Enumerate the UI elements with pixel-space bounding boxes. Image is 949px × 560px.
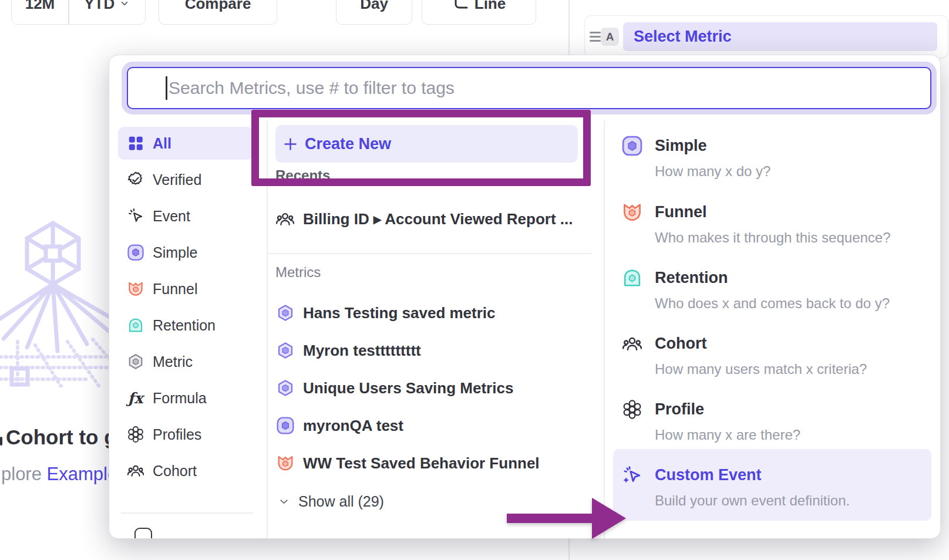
grid-icon bbox=[126, 134, 144, 153]
search-input[interactable] bbox=[127, 67, 931, 109]
cohort-people-icon bbox=[621, 332, 643, 355]
recent-item[interactable]: Billing ID ▸ Account Viewed Report ... bbox=[275, 203, 593, 235]
formula-icon: ƒx bbox=[126, 389, 144, 407]
metric-type-cohort[interactable]: Cohort How many users match x criteria? bbox=[613, 328, 931, 387]
sidebar-item-simple[interactable]: Simple bbox=[118, 236, 253, 269]
list-item-saved-metric[interactable]: myronQA test bbox=[275, 409, 593, 442]
hexagon-metric-icon bbox=[275, 379, 295, 398]
range-ytd-label: YTD bbox=[84, 0, 115, 13]
select-metric-label: Select Metric bbox=[634, 28, 732, 46]
list-item-saved-metric[interactable]: Hans Testing saved metric bbox=[275, 296, 593, 329]
verified-badge-icon bbox=[126, 171, 144, 189]
hexagon-metric-icon bbox=[275, 303, 295, 323]
cohort-people-icon bbox=[275, 210, 295, 229]
day-label: Day bbox=[360, 0, 388, 13]
metrics-header: Metrics bbox=[275, 264, 321, 281]
series-a-badge: A bbox=[601, 28, 619, 46]
arrow-head bbox=[592, 498, 626, 539]
wireframe-cube-illustration bbox=[0, 194, 112, 387]
profiles-flower-icon bbox=[621, 398, 643, 420]
sidebar-item-funnel[interactable]: Funnel bbox=[118, 272, 253, 305]
date-range-control: 12M YTD bbox=[11, 0, 146, 25]
simple-metric-icon bbox=[126, 244, 144, 262]
retention-icon bbox=[621, 266, 643, 289]
sidebar-item-cohort[interactable]: Cohort bbox=[118, 454, 253, 487]
metric-type-simple[interactable]: Simple How many x do y? bbox=[613, 130, 931, 189]
profiles-flower-icon bbox=[126, 426, 144, 444]
sidebar-item-formula[interactable]: ƒx Formula bbox=[118, 382, 253, 414]
example-link[interactable]: Example bbox=[47, 464, 118, 484]
panel-divider bbox=[568, 0, 570, 55]
sidebar-item-verified[interactable]: Verified bbox=[118, 163, 253, 196]
range-12m-button[interactable]: 12M bbox=[12, 0, 68, 24]
annotation-highlight-box bbox=[251, 110, 591, 186]
hexagon-metric-gray-icon bbox=[126, 353, 144, 371]
list-item-saved-metric[interactable]: Myron testtttttttt bbox=[275, 334, 593, 367]
column-divider bbox=[604, 121, 605, 538]
line-chart-icon bbox=[452, 0, 469, 12]
clipped-letter bbox=[0, 437, 2, 446]
sidebar-item-profiles[interactable]: Profiles bbox=[118, 418, 253, 451]
metric-type-profile[interactable]: Profile How many x are there? bbox=[613, 394, 931, 453]
line-label: Line bbox=[474, 0, 506, 13]
sidebar-item-event[interactable]: Event bbox=[118, 200, 253, 232]
funnel-icon bbox=[126, 280, 144, 298]
chevron-down-icon bbox=[119, 0, 130, 9]
metric-selector-card: A Select Metric bbox=[584, 15, 948, 58]
funnel-icon bbox=[275, 454, 295, 473]
sidebar-item-metric[interactable]: Metric bbox=[118, 345, 253, 378]
select-metric-button[interactable]: Select Metric bbox=[623, 22, 937, 51]
granularity-day-button[interactable]: Day bbox=[336, 0, 412, 25]
list-item-saved-metric[interactable]: WW Test Saved Behavior Funnel bbox=[275, 447, 593, 480]
text-caret bbox=[166, 76, 167, 100]
panel-divider bbox=[568, 538, 570, 560]
drag-handle-icon[interactable] bbox=[590, 32, 601, 42]
metric-type-funnel[interactable]: Funnel Who makes it through this sequenc… bbox=[613, 197, 931, 255]
hexagon-metric-icon bbox=[275, 341, 295, 360]
custom-event-icon bbox=[621, 464, 643, 486]
metric-type-custom-event[interactable]: Custom Event Build your own event defini… bbox=[613, 460, 931, 518]
compare-label: Compare bbox=[185, 0, 251, 13]
sidebar-item-all[interactable]: All bbox=[118, 127, 253, 160]
partial-icon bbox=[134, 528, 152, 539]
chevron-down-icon bbox=[278, 495, 290, 508]
section-divider bbox=[268, 253, 591, 254]
cohort-people-icon bbox=[126, 462, 144, 480]
sidebar-item-retention[interactable]: Retention bbox=[118, 309, 253, 342]
simple-metric-icon bbox=[621, 134, 643, 157]
metric-type-retention[interactable]: Retention Who does x and comes back to d… bbox=[613, 262, 931, 321]
range-12m-label: 12M bbox=[25, 0, 55, 13]
chart-type-line-button[interactable]: Line bbox=[422, 0, 536, 25]
arrow-shaft bbox=[507, 514, 593, 523]
simple-metric-icon bbox=[275, 416, 295, 436]
empty-state-subtitle-fragment: plore Example bbox=[1, 464, 117, 485]
retention-icon bbox=[126, 316, 144, 335]
show-all-button[interactable]: Show all (29) bbox=[278, 488, 384, 514]
sidebar-divider bbox=[121, 512, 253, 514]
range-ytd-button[interactable]: YTD bbox=[69, 0, 146, 24]
compare-button[interactable]: Compare bbox=[159, 0, 277, 25]
app-window: 12M YTD Compare Day Line bbox=[0, 0, 949, 560]
list-item-saved-metric[interactable]: Unique Users Saving Metrics bbox=[275, 372, 593, 404]
funnel-icon bbox=[621, 201, 643, 223]
event-cursor-icon bbox=[126, 207, 144, 225]
